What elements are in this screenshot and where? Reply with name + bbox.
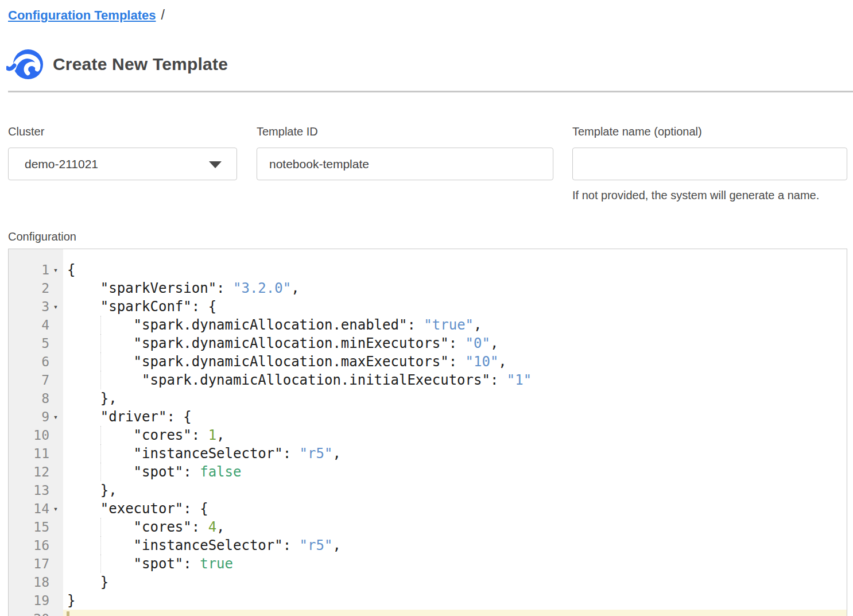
configuration-code-editor[interactable]: 1▾{2 "sparkVersion": "3.2.0",3▾ "sparkCo… [8,249,847,616]
code-token: "spark.dynamicAllocation.maxExecutors": [67,354,466,370]
text-cursor [67,611,69,616]
template-id-input[interactable] [257,148,553,180]
line-number: 14 [33,501,49,516]
fold-arrow-icon[interactable]: ▾ [49,297,62,316]
cluster-selected-value: demo-211021 [25,157,98,171]
line-gutter: 16 [9,536,63,555]
code-line-text[interactable]: }, [63,481,847,499]
code-line-text[interactable]: }, [63,389,847,408]
code-token: 4 [208,519,216,535]
code-token: "r5" [300,445,333,462]
code-line: 8 }, [9,389,847,408]
cluster-select[interactable]: demo-211021 [8,148,237,180]
code-token: "10" [466,354,499,370]
line-gutter: 10 [9,426,63,444]
code-line-text[interactable]: "cores": 1, [63,426,847,444]
code-line: 20 [9,610,847,616]
indent-guide [100,426,101,444]
fold-arrow-icon[interactable]: ▾ [49,261,62,279]
line-number: 19 [33,593,49,608]
code-line: 9▾ "driver": { [9,408,847,426]
page-title: Create New Template [53,55,228,74]
line-number: 12 [33,464,49,479]
code-line-text[interactable]: } [63,591,847,610]
fold-arrow-icon[interactable]: ▾ [49,408,62,426]
code-token: }, [67,390,117,406]
code-line-text-active[interactable] [63,610,847,616]
line-gutter: 13 [9,481,63,499]
code-line: 7 "spark.dynamicAllocation.initialExecut… [9,371,847,389]
line-number: 17 [33,556,49,571]
code-token: "instanceSelector": [67,537,300,553]
code-line-text[interactable]: { [63,261,847,279]
code-line-text[interactable]: "instanceSelector": "r5", [63,536,847,555]
code-line: 13 }, [9,481,847,499]
indent-guide [100,555,101,573]
code-token: , [498,354,506,370]
line-gutter: 17 [9,555,63,573]
fold-arrow-icon[interactable]: ▾ [49,499,62,518]
line-gutter: 11 [9,444,63,463]
code-line-text[interactable]: "spark.dynamicAllocation.initialExecutor… [63,371,847,389]
code-token: "true" [424,317,474,333]
line-number: 9 [41,409,49,424]
line-number: 2 [41,281,49,296]
breadcrumb-link-configuration-templates[interactable]: Configuration Templates [8,8,156,22]
indent-guide [100,334,101,352]
indent-guide [100,518,101,536]
code-line-text[interactable]: "spot": false [63,463,847,481]
line-gutter: 14▾ [9,499,63,518]
code-token: "cores": [67,427,208,443]
code-line: 17 "spot": true [9,555,847,573]
code-line-text[interactable]: "driver": { [63,408,847,426]
configuration-label: Configuration [8,230,76,243]
indent-guide [100,536,101,555]
code-line: 5 "spark.dynamicAllocation.minExecutors"… [9,334,847,352]
code-token: "3.2.0" [233,280,291,296]
code-line-text[interactable]: "instanceSelector": "r5", [63,444,847,463]
line-gutter: 3▾ [9,297,63,316]
code-token: }, [67,482,117,498]
code-line-text[interactable]: "spot": true [63,555,847,573]
code-token: "r5" [300,537,333,553]
indent-guide [100,444,101,463]
code-token: { [67,262,75,278]
template-name-input[interactable] [572,148,847,180]
code-line-text[interactable]: "spark.dynamicAllocation.enabled": "true… [63,316,847,334]
code-line-text[interactable]: } [63,573,847,591]
breadcrumb-separator: / [161,7,165,22]
code-token: "1" [507,372,532,388]
code-token: "spark.dynamicAllocation.enabled": [67,317,424,333]
code-line-text[interactable]: "spark.dynamicAllocation.minExecutors": … [63,334,847,352]
code-line: 10 "cores": 1, [9,426,847,444]
code-line-text[interactable]: "sparkVersion": "3.2.0", [63,279,847,297]
code-token: "spark.dynamicAllocation.initialExecutor… [67,372,507,388]
line-number: 6 [41,354,49,369]
indent-guide [100,352,101,371]
code-line-text[interactable]: "spark.dynamicAllocation.maxExecutors": … [63,352,847,371]
code-line: 11 "instanceSelector": "r5", [9,444,847,463]
line-gutter: 20 [9,610,63,616]
ocean-wave-logo-icon [6,47,44,82]
code-line-text[interactable]: "sparkConf": { [63,297,847,316]
template-id-label: Template ID [257,125,553,138]
code-token: 1 [208,427,216,443]
code-token: , [332,537,340,553]
code-token: , [332,445,340,462]
code-line-text[interactable]: "cores": 4, [63,518,847,536]
code-line: 6 "spark.dynamicAllocation.maxExecutors"… [9,352,847,371]
code-token: , [291,280,299,296]
template-id-field: Template ID [257,125,553,180]
line-gutter: 18 [9,573,63,591]
code-line: 14▾ "executor": { [9,499,847,518]
indent-guide [100,316,101,334]
template-name-label: Template name (optional) [572,125,847,138]
breadcrumb: Configuration Templates/ [8,7,165,23]
code-token: "sparkConf": { [67,299,216,315]
code-line-text[interactable]: "executor": { [63,499,847,518]
template-name-helper-text: If not provided, the system will generat… [572,189,847,202]
code-line: 16 "instanceSelector": "r5", [9,536,847,555]
line-gutter: 19 [9,591,63,610]
line-number: 13 [33,483,49,498]
header-divider [8,91,853,92]
